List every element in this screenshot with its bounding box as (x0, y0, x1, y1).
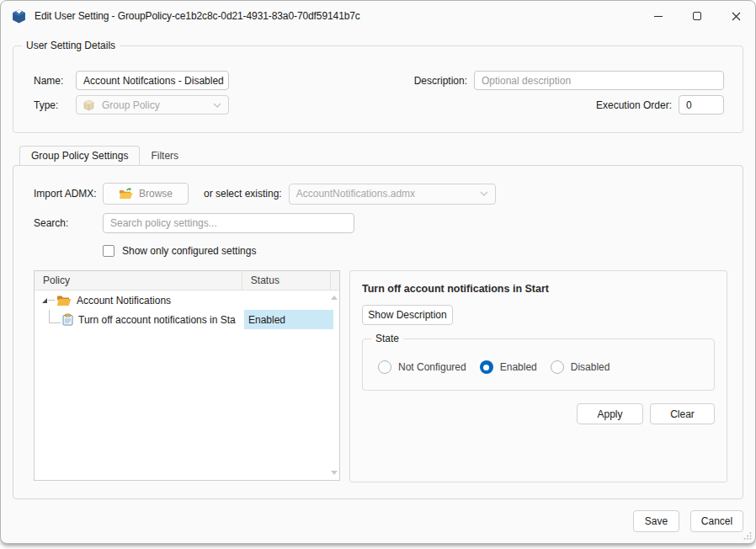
name-label: Name: (34, 75, 76, 87)
show-configured-row: Show only configured settings (34, 245, 727, 257)
description-input[interactable]: Optional description (474, 71, 724, 90)
admx-select[interactable]: AccountNotifications.admx (289, 184, 496, 205)
tab-strip: Group Policy Settings Filters (13, 146, 743, 165)
scroll-up-arrow[interactable] (331, 296, 338, 300)
import-admx-row: Import ADMX: Browse or select existing: … (34, 183, 727, 205)
search-input[interactable]: Search policy settings... (103, 213, 354, 233)
policy-tree: Policy Status Account Notifications (34, 270, 340, 481)
show-description-button[interactable]: Show Description (362, 305, 453, 325)
expander-icon[interactable] (41, 297, 48, 304)
state-group: State Not Configured Enabled Disabled (362, 338, 715, 391)
close-button[interactable] (716, 1, 755, 31)
show-configured-label: Show only configured settings (122, 245, 256, 257)
policy-setting-icon (62, 313, 73, 326)
chevron-down-icon (213, 103, 221, 108)
user-setting-details-group: User Setting Details Name: Account Notif… (13, 45, 743, 133)
execution-order-input[interactable]: 0 (679, 95, 724, 115)
cancel-button[interactable]: Cancel (690, 510, 743, 532)
tree-row-turn-off-notifications[interactable]: Turn off account notifications in Sta En… (35, 310, 339, 329)
state-legend: State (371, 333, 403, 344)
radio-icon-checked[interactable] (480, 360, 493, 374)
tab-filters[interactable]: Filters (140, 146, 189, 165)
policy-column-header[interactable]: Policy (35, 271, 242, 290)
window-title: Edit User Setting - GroupPolicy-ce1b2c8c… (35, 10, 360, 22)
radio-icon[interactable] (378, 360, 391, 374)
status-column-header[interactable]: Status (242, 271, 331, 290)
resize-grip[interactable] (743, 531, 752, 540)
radio-enabled[interactable]: Enabled (480, 360, 537, 374)
title-bar: Edit User Setting - GroupPolicy-ce1b2c8c… (1, 1, 755, 31)
search-label: Search: (34, 217, 103, 229)
apply-button[interactable]: Apply (577, 403, 643, 424)
browse-button[interactable]: Browse (103, 183, 189, 205)
tree-header: Policy Status (35, 271, 339, 290)
dialog-window: Edit User Setting - GroupPolicy-ce1b2c8c… (0, 0, 756, 544)
description-label: Description: (414, 75, 467, 87)
status-cell-enabled[interactable]: Enabled (244, 310, 333, 329)
type-dropdown[interactable]: Group Policy (76, 95, 229, 115)
name-input[interactable]: Account Notifcations - Disabled (76, 71, 229, 90)
search-row: Search: Search policy settings... (34, 213, 727, 233)
maximize-button[interactable] (678, 1, 716, 31)
group-legend: User Setting Details (22, 40, 120, 51)
radio-icon[interactable] (551, 360, 564, 374)
execution-order-label: Execution Order: (596, 99, 672, 111)
tab-group-policy-settings[interactable]: Group Policy Settings (19, 146, 140, 165)
minimize-button[interactable] (639, 1, 678, 31)
clear-button[interactable]: Clear (650, 403, 715, 424)
or-select-existing-label: or select existing: (204, 188, 282, 200)
radio-disabled[interactable]: Disabled (551, 360, 610, 374)
group-policy-settings-panel: Import ADMX: Browse or select existing: … (13, 165, 743, 499)
policy-detail-title: Turn off account notifications in Start (362, 283, 715, 295)
close-icon (732, 12, 741, 21)
chevron-down-icon (480, 191, 488, 196)
app-icon (12, 9, 26, 24)
policy-detail-panel: Turn off account notifications in Start … (349, 270, 727, 482)
type-label: Type: (34, 99, 76, 111)
folder-icon (56, 295, 72, 306)
show-configured-checkbox[interactable] (103, 245, 114, 257)
tree-row-account-notifications[interactable]: Account Notifications (35, 290, 339, 310)
package-icon (83, 99, 94, 111)
scroll-down-arrow[interactable] (331, 471, 338, 475)
import-admx-label: Import ADMX: (34, 188, 103, 200)
radio-not-configured[interactable]: Not Configured (378, 360, 466, 374)
save-button[interactable]: Save (633, 510, 679, 532)
folder-open-icon (119, 188, 133, 200)
